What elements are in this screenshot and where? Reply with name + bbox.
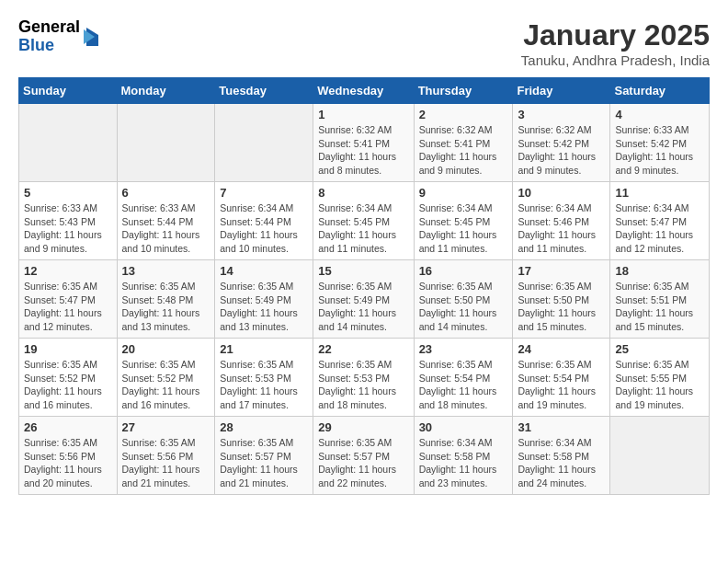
calendar-cell: 3Sunrise: 6:32 AM Sunset: 5:42 PM Daylig… [513,104,610,182]
week-row-1: 1Sunrise: 6:32 AM Sunset: 5:41 PM Daylig… [19,104,710,182]
day-number: 5 [24,186,112,200]
day-number: 31 [518,420,605,434]
day-info: Sunrise: 6:35 AM Sunset: 5:51 PM Dayligh… [615,280,704,334]
day-info: Sunrise: 6:34 AM Sunset: 5:44 PM Dayligh… [220,201,308,256]
day-number: 11 [615,186,704,200]
calendar-cell [610,417,710,495]
day-info: Sunrise: 6:35 AM Sunset: 5:50 PM Dayligh… [419,280,508,334]
week-row-4: 19Sunrise: 6:35 AM Sunset: 5:52 PM Dayli… [19,339,710,417]
day-info: Sunrise: 6:35 AM Sunset: 5:52 PM Dayligh… [24,358,112,412]
day-number: 2 [419,108,508,121]
calendar-cell: 30Sunrise: 6:34 AM Sunset: 5:58 PM Dayli… [414,417,513,495]
calendar-cell: 15Sunrise: 6:35 AM Sunset: 5:49 PM Dayli… [313,260,414,339]
day-info: Sunrise: 6:35 AM Sunset: 5:54 PM Dayligh… [419,358,508,412]
logo-blue: Blue [18,37,80,55]
calendar-cell: 18Sunrise: 6:35 AM Sunset: 5:51 PM Dayli… [610,260,710,339]
calendar-cell: 16Sunrise: 6:35 AM Sunset: 5:50 PM Dayli… [414,260,513,339]
day-info: Sunrise: 6:35 AM Sunset: 5:49 PM Dayligh… [318,280,408,334]
day-number: 6 [122,186,210,200]
calendar-cell: 26Sunrise: 6:35 AM Sunset: 5:56 PM Dayli… [19,417,118,495]
day-info: Sunrise: 6:35 AM Sunset: 5:56 PM Dayligh… [24,436,112,490]
week-row-5: 26Sunrise: 6:35 AM Sunset: 5:56 PM Dayli… [19,417,710,495]
day-info: Sunrise: 6:35 AM Sunset: 5:57 PM Dayligh… [220,436,308,490]
calendar-cell: 2Sunrise: 6:32 AM Sunset: 5:41 PM Daylig… [414,104,513,182]
day-info: Sunrise: 6:35 AM Sunset: 5:50 PM Dayligh… [518,280,605,334]
calendar-cell: 20Sunrise: 6:35 AM Sunset: 5:52 PM Dayli… [117,339,215,417]
day-number: 15 [318,264,408,278]
day-number: 17 [518,264,605,278]
day-number: 13 [122,264,210,278]
calendar-cell: 12Sunrise: 6:35 AM Sunset: 5:47 PM Dayli… [19,260,118,339]
day-info: Sunrise: 6:32 AM Sunset: 5:42 PM Dayligh… [518,123,605,178]
col-header-wednesday: Wednesday [313,78,414,104]
location: Tanuku, Andhra Pradesh, India [521,52,710,68]
calendar-cell: 7Sunrise: 6:34 AM Sunset: 5:44 PM Daylig… [215,182,313,260]
day-number: 4 [615,108,704,121]
day-info: Sunrise: 6:34 AM Sunset: 5:58 PM Dayligh… [518,436,605,490]
calendar-cell: 5Sunrise: 6:33 AM Sunset: 5:43 PM Daylig… [19,182,118,260]
day-number: 19 [24,342,112,356]
day-info: Sunrise: 6:35 AM Sunset: 5:54 PM Dayligh… [518,358,605,412]
day-number: 12 [24,264,112,278]
calendar-cell: 17Sunrise: 6:35 AM Sunset: 5:50 PM Dayli… [513,260,610,339]
calendar-cell: 24Sunrise: 6:35 AM Sunset: 5:54 PM Dayli… [513,339,610,417]
calendar-cell: 21Sunrise: 6:35 AM Sunset: 5:53 PM Dayli… [215,339,313,417]
day-number: 24 [518,342,605,356]
day-number: 25 [615,342,704,356]
day-number: 21 [220,342,308,356]
day-info: Sunrise: 6:34 AM Sunset: 5:46 PM Dayligh… [518,201,605,256]
calendar-cell: 6Sunrise: 6:33 AM Sunset: 5:44 PM Daylig… [117,182,215,260]
calendar-cell: 13Sunrise: 6:35 AM Sunset: 5:48 PM Dayli… [117,260,215,339]
day-number: 27 [122,420,210,434]
day-info: Sunrise: 6:35 AM Sunset: 5:53 PM Dayligh… [318,358,408,412]
day-info: Sunrise: 6:35 AM Sunset: 5:56 PM Dayligh… [122,436,210,490]
day-info: Sunrise: 6:35 AM Sunset: 5:52 PM Dayligh… [122,358,210,412]
calendar-cell [19,104,118,182]
day-info: Sunrise: 6:32 AM Sunset: 5:41 PM Dayligh… [318,123,408,178]
calendar-cell: 9Sunrise: 6:34 AM Sunset: 5:45 PM Daylig… [414,182,513,260]
day-info: Sunrise: 6:35 AM Sunset: 5:49 PM Dayligh… [220,280,308,334]
day-info: Sunrise: 6:35 AM Sunset: 5:55 PM Dayligh… [615,358,704,412]
day-number: 8 [318,186,408,200]
calendar-cell: 29Sunrise: 6:35 AM Sunset: 5:57 PM Dayli… [313,417,414,495]
day-info: Sunrise: 6:33 AM Sunset: 5:44 PM Dayligh… [122,201,210,256]
calendar-cell: 25Sunrise: 6:35 AM Sunset: 5:55 PM Dayli… [610,339,710,417]
day-info: Sunrise: 6:34 AM Sunset: 5:45 PM Dayligh… [318,201,408,256]
day-number: 18 [615,264,704,278]
day-number: 26 [24,420,112,434]
week-row-2: 5Sunrise: 6:33 AM Sunset: 5:43 PM Daylig… [19,182,710,260]
day-info: Sunrise: 6:35 AM Sunset: 5:47 PM Dayligh… [24,280,112,334]
calendar-cell [117,104,215,182]
calendar-cell [215,104,313,182]
calendar-table: SundayMondayTuesdayWednesdayThursdayFrid… [18,77,710,495]
calendar-cell: 19Sunrise: 6:35 AM Sunset: 5:52 PM Dayli… [19,339,118,417]
logo-general: General [18,18,80,37]
day-info: Sunrise: 6:35 AM Sunset: 5:48 PM Dayligh… [122,280,210,334]
day-number: 10 [518,186,605,200]
col-header-tuesday: Tuesday [215,78,313,104]
calendar-cell: 1Sunrise: 6:32 AM Sunset: 5:41 PM Daylig… [313,104,414,182]
month-title: January 2025 [521,18,710,52]
calendar-cell: 23Sunrise: 6:35 AM Sunset: 5:54 PM Dayli… [414,339,513,417]
day-number: 23 [419,342,508,356]
calendar-cell: 10Sunrise: 6:34 AM Sunset: 5:46 PM Dayli… [513,182,610,260]
col-header-saturday: Saturday [610,78,710,104]
day-number: 20 [122,342,210,356]
logo: General Blue [18,18,100,55]
week-row-3: 12Sunrise: 6:35 AM Sunset: 5:47 PM Dayli… [19,260,710,339]
calendar-cell: 31Sunrise: 6:34 AM Sunset: 5:58 PM Dayli… [513,417,610,495]
title-area: January 2025 Tanuku, Andhra Pradesh, Ind… [521,18,710,68]
day-info: Sunrise: 6:35 AM Sunset: 5:53 PM Dayligh… [220,358,308,412]
day-info: Sunrise: 6:32 AM Sunset: 5:41 PM Dayligh… [419,123,508,178]
calendar-cell: 22Sunrise: 6:35 AM Sunset: 5:53 PM Dayli… [313,339,414,417]
day-number: 7 [220,186,308,200]
day-number: 16 [419,264,508,278]
calendar-cell: 11Sunrise: 6:34 AM Sunset: 5:47 PM Dayli… [610,182,710,260]
day-info: Sunrise: 6:33 AM Sunset: 5:42 PM Dayligh… [615,123,704,178]
calendar-cell: 4Sunrise: 6:33 AM Sunset: 5:42 PM Daylig… [610,104,710,182]
calendar-cell: 8Sunrise: 6:34 AM Sunset: 5:45 PM Daylig… [313,182,414,260]
day-info: Sunrise: 6:33 AM Sunset: 5:43 PM Dayligh… [24,201,112,256]
calendar-cell: 27Sunrise: 6:35 AM Sunset: 5:56 PM Dayli… [117,417,215,495]
calendar-cell: 28Sunrise: 6:35 AM Sunset: 5:57 PM Dayli… [215,417,313,495]
logo-icon [82,26,100,48]
